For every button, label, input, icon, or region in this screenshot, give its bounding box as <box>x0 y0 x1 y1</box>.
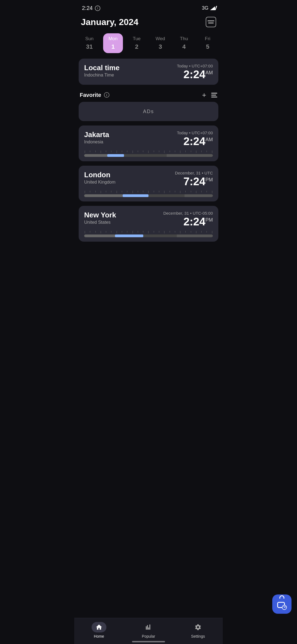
favorite-title: Favorite i <box>80 92 109 98</box>
local-time-subtitle: Indochina Time <box>84 73 120 78</box>
day-sun[interactable]: Sun 31 <box>79 36 99 50</box>
newyork-timeline <box>84 231 213 237</box>
day-name-sun: Sun <box>85 36 94 42</box>
day-thu[interactable]: Thu 4 <box>174 36 194 50</box>
day-name-mon: Mon <box>108 36 117 42</box>
day-name-thu: Thu <box>180 36 188 42</box>
city-card-jakarta[interactable]: Jakarta Indonesia Today • UTC+07:00 2:24… <box>79 125 218 161</box>
london-timeline <box>84 191 213 197</box>
section-actions: + <box>202 91 217 99</box>
calendar-icon[interactable] <box>206 17 216 27</box>
time-text: 2:24 <box>82 5 93 11</box>
city-card-newyork[interactable]: New York United States December, 31 • UT… <box>79 206 218 242</box>
add-favorite-button[interactable]: + <box>202 91 206 99</box>
day-wed[interactable]: Wed 3 <box>150 36 170 50</box>
local-time-value: 2:24AM <box>177 68 213 80</box>
status-right: 3G <box>202 5 215 11</box>
header: January, 2024 <box>74 14 223 32</box>
day-tue[interactable]: Tue 2 <box>127 36 147 50</box>
status-bar: 2:24 i 3G <box>74 0 223 14</box>
week-strip: Sun 31 Mon 1 Tue 2 Wed 3 Thu 4 Fri 5 <box>74 32 223 59</box>
day-num-mon: 1 <box>111 43 115 50</box>
list-line-3 <box>211 97 217 97</box>
favorite-section-header: Favorite i + <box>74 89 223 102</box>
list-view-button[interactable] <box>211 93 217 97</box>
day-num-sun: 31 <box>86 43 93 50</box>
day-num-wed: 3 <box>159 43 162 50</box>
day-num-thu: 4 <box>182 43 186 50</box>
day-num-tue: 2 <box>135 43 138 50</box>
signal-icon <box>210 6 215 10</box>
day-name-tue: Tue <box>133 36 141 42</box>
status-time: 2:24 i <box>82 5 100 11</box>
day-fri[interactable]: Fri 5 <box>198 36 218 50</box>
network-text: 3G <box>202 5 208 11</box>
city-card-london[interactable]: London United Kingdom December, 31 • UTC… <box>79 166 218 201</box>
jakarta-timeline <box>84 151 213 157</box>
list-line-1 <box>211 93 217 94</box>
info-status-icon: i <box>95 6 100 11</box>
local-time-title: Local time <box>84 64 120 72</box>
local-time-date-label: Today • UTC+07:00 <box>177 64 213 68</box>
day-name-wed: Wed <box>156 36 165 42</box>
favorite-info-icon[interactable]: i <box>104 92 109 98</box>
ad-card: ADs <box>79 102 218 121</box>
page-title: January, 2024 <box>81 17 138 27</box>
day-name-fri: Fri <box>205 36 210 42</box>
ad-text: ADs <box>143 109 154 114</box>
list-line-2 <box>211 95 216 95</box>
day-mon[interactable]: Mon 1 <box>103 33 123 53</box>
day-num-fri: 5 <box>206 43 209 50</box>
local-time-card: Local time Indochina Time Today • UTC+07… <box>79 59 218 85</box>
